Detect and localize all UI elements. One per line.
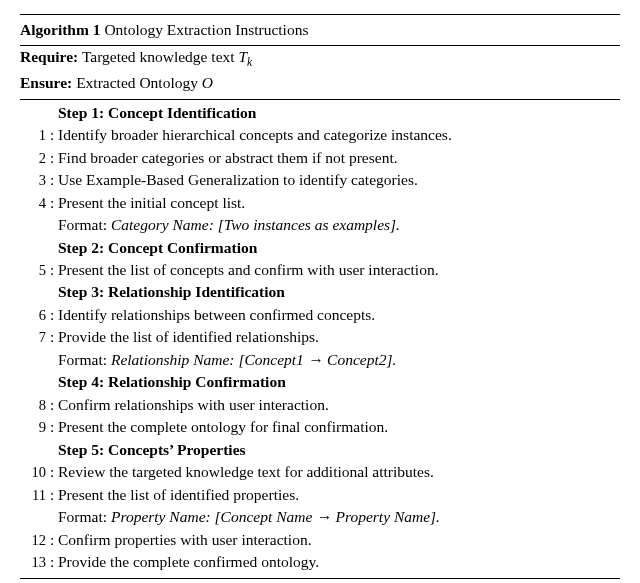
algorithm-title: Ontology Extraction Instructions: [104, 21, 308, 38]
line-number: 3: [20, 170, 50, 191]
line-number: 8: [20, 395, 50, 416]
algorithm-line: 1:Identify broader hierarchical concepts…: [20, 124, 620, 146]
line-number-colon: :: [50, 416, 58, 438]
require-row: Require: Targeted knowledge text Tk: [20, 46, 620, 72]
format-spec: Category Name: [Two instances as example…: [111, 216, 400, 233]
line-number-colon: :: [50, 394, 58, 416]
algorithm-line: 10:Review the targeted knowledge text fo…: [20, 461, 620, 483]
step-heading: Step 3: Relationship Identification: [58, 281, 620, 303]
algorithm-line: 12:Confirm properties with user interact…: [20, 529, 620, 551]
algorithm-line: Step 5: Concepts’ Properties: [20, 439, 620, 461]
algorithm-line: Format: Relationship Name: [Concept1 → C…: [20, 349, 620, 371]
require-symbol-subscript: k: [247, 57, 252, 69]
algorithm-title-row: Algorithm 1 Ontology Extraction Instruct…: [20, 15, 620, 46]
line-number: 12: [20, 530, 50, 551]
format-line: Format: Category Name: [Two instances as…: [58, 214, 620, 236]
format-spec: Relationship Name: [Concept1 → Concept2]…: [111, 351, 396, 368]
algorithm-line: Step 1: Concept Identification: [20, 102, 620, 124]
algorithm-line: 4:Present the initial concept list.: [20, 192, 620, 214]
algorithm-line: 7:Provide the list of identified relatio…: [20, 326, 620, 348]
format-line: Format: Property Name: [Concept Name → P…: [58, 506, 620, 528]
line-number-colon: :: [50, 326, 58, 348]
algorithm-line: 8:Confirm relationships with user intera…: [20, 394, 620, 416]
algorithm-line: Step 3: Relationship Identification: [20, 281, 620, 303]
format-spec: Property Name: [Concept Name → Property …: [111, 508, 440, 525]
line-number-colon: :: [50, 529, 58, 551]
algorithm-line: Format: Property Name: [Concept Name → P…: [20, 506, 620, 528]
format-line: Format: Relationship Name: [Concept1 → C…: [58, 349, 620, 371]
line-text: Present the initial concept list.: [58, 192, 620, 214]
ensure-text: Extracted Ontology: [76, 74, 202, 91]
line-text: Identify broader hierarchical concepts a…: [58, 124, 620, 146]
line-number-colon: :: [50, 192, 58, 214]
ensure-label: Ensure:: [20, 74, 72, 91]
require-label: Require:: [20, 48, 78, 65]
require-text: Targeted knowledge text: [82, 48, 239, 65]
ensure-symbol: O: [202, 74, 213, 91]
algorithm-line: Step 2: Concept Confirmation: [20, 237, 620, 259]
algorithm-line: 9:Present the complete ontology for fina…: [20, 416, 620, 438]
algorithm-line: 6:Identify relationships between confirm…: [20, 304, 620, 326]
line-number-colon: :: [50, 461, 58, 483]
format-prefix: Format:: [58, 216, 111, 233]
line-number: 6: [20, 305, 50, 326]
algorithm-body: Step 1: Concept Identification1:Identify…: [20, 100, 620, 578]
algorithm-line: Step 4: Relationship Confirmation: [20, 371, 620, 393]
line-text: Identify relationships between confirmed…: [58, 304, 620, 326]
line-number-colon: :: [50, 484, 58, 506]
line-number: 2: [20, 148, 50, 169]
line-text: Confirm relationships with user interact…: [58, 394, 620, 416]
line-number: 11: [20, 485, 50, 506]
line-text: Present the complete ontology for final …: [58, 416, 620, 438]
algorithm-block: Algorithm 1 Ontology Extraction Instruct…: [20, 14, 620, 579]
line-text: Confirm properties with user interaction…: [58, 529, 620, 551]
ensure-row: Ensure: Extracted Ontology O: [20, 72, 620, 99]
figure-caption: Figure 2 Ontology Extraction Algorithm: [20, 579, 620, 583]
line-text: Find broader categories or abstract them…: [58, 147, 620, 169]
algorithm-number: Algorithm 1: [20, 21, 101, 38]
line-number: 7: [20, 327, 50, 348]
line-number: 10: [20, 462, 50, 483]
line-text: Present the list of concepts and confirm…: [58, 259, 620, 281]
line-number-colon: :: [50, 124, 58, 146]
line-number-colon: :: [50, 259, 58, 281]
format-prefix: Format:: [58, 351, 111, 368]
line-text: Present the list of identified propertie…: [58, 484, 620, 506]
format-prefix: Format:: [58, 508, 111, 525]
algorithm-line: 3:Use Example-Based Generalization to id…: [20, 169, 620, 191]
line-text: Use Example-Based Generalization to iden…: [58, 169, 620, 191]
line-number-colon: :: [50, 551, 58, 573]
line-text: Provide the complete confirmed ontology.: [58, 551, 620, 573]
line-number: 9: [20, 417, 50, 438]
algorithm-line: 13:Provide the complete confirmed ontolo…: [20, 551, 620, 573]
line-number: 1: [20, 125, 50, 146]
require-symbol: T: [238, 48, 247, 65]
line-number: 5: [20, 260, 50, 281]
algorithm-line: 2:Find broader categories or abstract th…: [20, 147, 620, 169]
line-number: 4: [20, 193, 50, 214]
line-number-colon: :: [50, 147, 58, 169]
step-heading: Step 2: Concept Confirmation: [58, 237, 620, 259]
algorithm-line: Format: Category Name: [Two instances as…: [20, 214, 620, 236]
line-number-colon: :: [50, 304, 58, 326]
step-heading: Step 5: Concepts’ Properties: [58, 439, 620, 461]
line-text: Review the targeted knowledge text for a…: [58, 461, 620, 483]
line-number: 13: [20, 552, 50, 573]
algorithm-line: 5:Present the list of concepts and confi…: [20, 259, 620, 281]
step-heading: Step 1: Concept Identification: [58, 102, 620, 124]
step-heading: Step 4: Relationship Confirmation: [58, 371, 620, 393]
line-text: Provide the list of identified relations…: [58, 326, 620, 348]
line-number-colon: :: [50, 169, 58, 191]
algorithm-line: 11:Present the list of identified proper…: [20, 484, 620, 506]
